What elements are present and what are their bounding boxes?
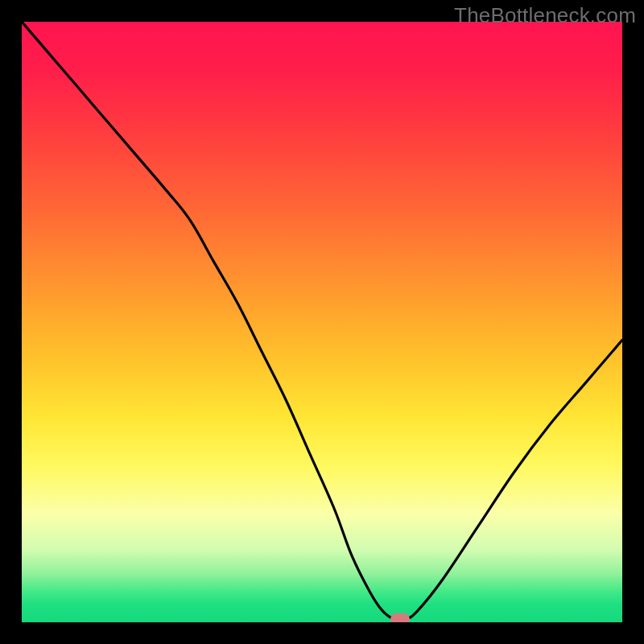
watermark-text: TheBottleneck.com: [454, 3, 636, 28]
plot-area: [22, 22, 622, 622]
bottleneck-curve: [22, 22, 622, 622]
chart-frame: TheBottleneck.com: [0, 0, 644, 644]
optimal-marker: [390, 613, 410, 622]
